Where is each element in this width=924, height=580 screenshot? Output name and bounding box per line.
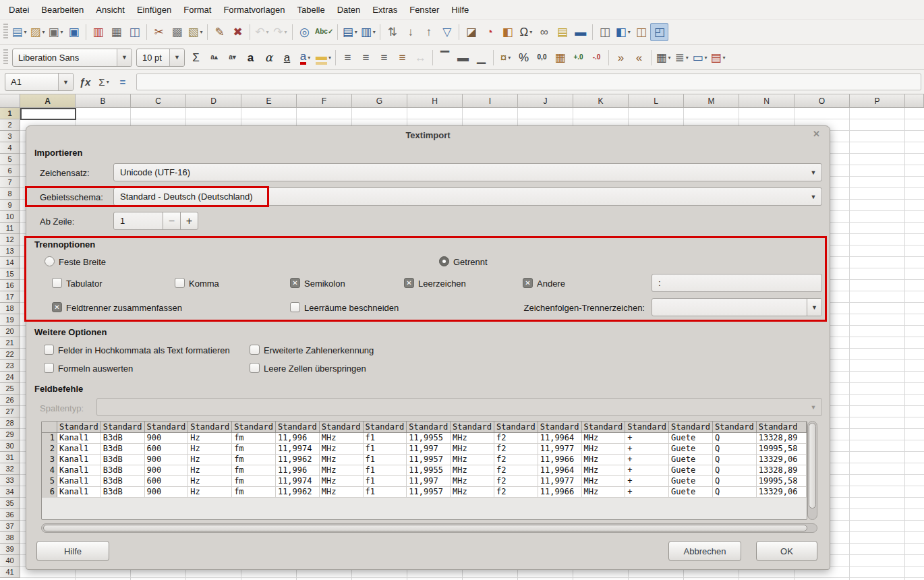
justified-button[interactable]: ≡ <box>393 49 411 67</box>
function-wizard-button[interactable]: ƒx <box>77 74 93 91</box>
insert-image-button[interactable]: ◪ <box>462 23 480 41</box>
underline-button[interactable]: a <box>278 49 296 67</box>
preview-column-header[interactable]: Standard <box>451 422 494 432</box>
column-header-partial[interactable] <box>905 94 924 108</box>
insert-comment-button[interactable]: ▤ <box>553 23 571 41</box>
sum-button[interactable]: Σ <box>187 49 205 67</box>
clone-formatting-button[interactable]: ✎ <box>210 23 229 41</box>
insert-hyperlink-button[interactable]: ∞ <box>535 23 553 41</box>
preview-column-header[interactable]: Standard <box>581 422 625 432</box>
menu-einfgen[interactable]: Einfügen <box>131 1 177 18</box>
number-format-button[interactable]: 0,0 <box>533 49 551 67</box>
preview-column-header[interactable]: Standard <box>57 422 100 432</box>
special-character-button[interactable]: Ω▾ <box>517 23 535 41</box>
toolbar-grip[interactable] <box>3 49 8 65</box>
conditional-formatting-button[interactable]: ▤▾ <box>709 49 727 67</box>
add-decimal-place-button[interactable]: +.0 <box>569 49 587 67</box>
row-header-11[interactable]: 11 <box>0 223 20 234</box>
preview-column-header[interactable]: Standard <box>712 422 756 432</box>
preview-column-header[interactable]: Standard <box>625 422 669 432</box>
row-header-26[interactable]: 26 <box>0 395 20 406</box>
preview-column-header[interactable]: Standard <box>100 422 144 432</box>
new-document-button[interactable]: ▤▾ <box>10 23 28 41</box>
save-as-button[interactable]: ▣ <box>65 23 83 41</box>
column-header-l[interactable]: L <box>629 94 684 108</box>
column-header-p[interactable]: P <box>850 94 905 108</box>
center-vertically-button[interactable]: ▬ <box>454 49 472 67</box>
column-header-a[interactable]: A <box>20 94 76 108</box>
paste-button[interactable]: ▧▾ <box>186 23 204 41</box>
menu-datei[interactable]: Datei <box>3 1 35 18</box>
split-window-button[interactable]: ◫ <box>632 23 650 41</box>
preview-vertical-scrollbar[interactable] <box>807 421 817 520</box>
row-header-40[interactable]: 40 <box>0 555 20 567</box>
skip-empty-cells-checkbox[interactable] <box>250 363 260 373</box>
increase-font-size-button[interactable]: a▴ <box>205 49 223 67</box>
preview-column-header[interactable]: Standard <box>275 422 319 432</box>
row-header-36[interactable]: 36 <box>0 509 20 521</box>
row-header-14[interactable]: 14 <box>0 257 20 268</box>
column-header-e[interactable]: E <box>241 94 297 108</box>
freeze-rows-and-columns-button[interactable]: ◧▾ <box>614 23 632 41</box>
menu-formatvorlagen[interactable]: Formatvorlagen <box>217 1 291 18</box>
row-header-20[interactable]: 20 <box>0 326 20 337</box>
scrollbar-thumb[interactable] <box>43 525 807 531</box>
row-header-8[interactable]: 8 <box>0 188 20 200</box>
evaluate-formulas-checkbox[interactable] <box>44 363 54 373</box>
row-header-15[interactable]: 15 <box>0 268 20 280</box>
row-header-7[interactable]: 7 <box>0 177 20 188</box>
date-format-button[interactable]: ▦ <box>551 49 569 67</box>
font-name-combo[interactable]: Liberation Sans ▼ <box>12 49 132 67</box>
column-header-n[interactable]: N <box>739 94 795 108</box>
align-bottom-button[interactable]: ▁ <box>472 49 490 67</box>
copy-button[interactable]: ▩ <box>168 23 186 41</box>
preview-column-header[interactable]: Standard <box>144 422 188 432</box>
align-left-button[interactable]: ≡ <box>339 49 357 67</box>
row-header-39[interactable]: 39 <box>0 544 20 555</box>
currency-format-button[interactable]: ¤▾ <box>496 49 515 67</box>
menu-hilfe[interactable]: Hilfe <box>445 1 475 18</box>
row-header-12[interactable]: 12 <box>0 234 20 245</box>
preview-horizontal-scrollbar[interactable] <box>41 523 817 533</box>
column-header-o[interactable]: O <box>795 94 850 108</box>
column-header-d[interactable]: D <box>186 94 241 108</box>
cut-button[interactable]: ✂ <box>150 23 168 41</box>
preview-column-header[interactable]: Standard <box>363 422 407 432</box>
row-header-23[interactable]: 23 <box>0 360 20 372</box>
menu-fenster[interactable]: Fenster <box>403 1 445 18</box>
preview-column-header[interactable]: Standard <box>756 422 806 432</box>
select-function-button[interactable]: Σ▾ <box>96 74 112 91</box>
increase-indent-button[interactable]: » <box>612 49 630 67</box>
print-button[interactable]: ▦ <box>107 23 125 41</box>
charset-dropdown[interactable]: Unicode (UTF-16) ▼ <box>113 163 822 181</box>
merge-cells-button[interactable]: ↔ <box>411 49 430 67</box>
preview-column-header[interactable]: Standard <box>232 422 276 432</box>
export-pdf-button[interactable]: ▥ <box>89 23 107 41</box>
name-box[interactable]: A1 ▼ <box>5 73 74 91</box>
bold-button[interactable]: a <box>241 49 260 67</box>
selected-cell-a1[interactable] <box>20 108 76 120</box>
insert-row-button[interactable]: ▤▾ <box>341 23 359 41</box>
open-file-button[interactable]: ▨▾ <box>28 23 47 41</box>
preview-column-header[interactable]: Standard <box>669 422 713 432</box>
menu-format[interactable]: Format <box>177 1 217 18</box>
sort-descending-button[interactable]: ↓ <box>401 23 420 41</box>
decrease-indent-button[interactable]: « <box>630 49 648 67</box>
scrollbar-thumb[interactable] <box>809 423 816 509</box>
row-header-41[interactable]: 41 <box>0 567 20 578</box>
row-header-18[interactable]: 18 <box>0 303 20 314</box>
clear-formatting-button[interactable]: ✖ <box>229 23 247 41</box>
row-header-37[interactable]: 37 <box>0 521 20 532</box>
row-header-30[interactable]: 30 <box>0 440 20 452</box>
column-header-i[interactable]: I <box>463 94 518 108</box>
row-header-22[interactable]: 22 <box>0 349 20 360</box>
highlighting-color-button[interactable]: ▬▾ <box>314 49 333 67</box>
row-header-6[interactable]: 6 <box>0 165 20 177</box>
percent-format-button[interactable]: % <box>515 49 533 67</box>
decrease-font-size-button[interactable]: a▾ <box>223 49 241 67</box>
row-header-10[interactable]: 10 <box>0 211 20 223</box>
column-header-c[interactable]: C <box>131 94 186 108</box>
from-row-increment-button[interactable]: + <box>180 212 198 230</box>
find-and-replace-button[interactable]: ◎ <box>295 23 314 41</box>
redo-button[interactable]: ↷▾ <box>271 23 289 41</box>
